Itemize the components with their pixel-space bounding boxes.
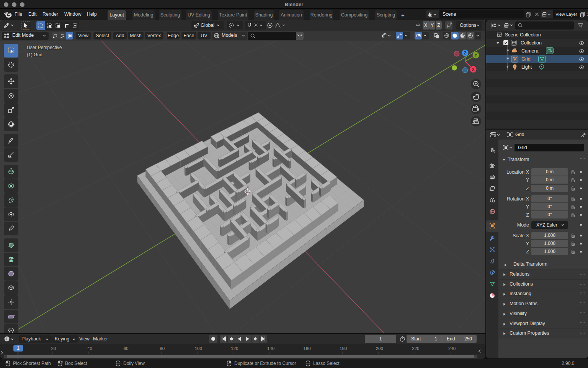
svg-text:Y: Y [475,53,477,58]
svg-text:X: X [472,67,475,72]
svg-text:Z: Z [464,51,466,55]
